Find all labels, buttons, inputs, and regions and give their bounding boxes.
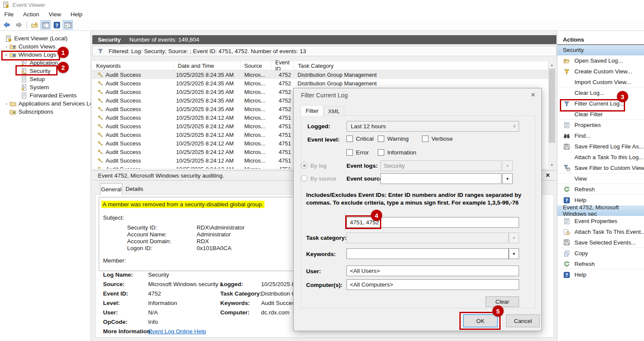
tree-item-applications-and-services-log[interactable]: ›Applications and Services Log (0, 100, 91, 108)
footer-field-value: Security (148, 272, 169, 278)
event-viewer-icon (5, 35, 12, 42)
action-label: Event Properties (574, 218, 617, 224)
show-console-tree-button[interactable] (40, 20, 51, 30)
keywords-select[interactable] (346, 248, 509, 259)
action-view[interactable]: View (557, 173, 644, 184)
task-category-select[interactable] (346, 232, 509, 243)
logged-select[interactable]: Last 12 hours ˅ (346, 121, 519, 132)
clear-button[interactable]: Clear (486, 296, 519, 307)
tree-item-forwarded-events[interactable]: Forwarded Events (0, 91, 91, 100)
column-header-task-category[interactable]: Task Category (294, 61, 548, 70)
cancel-button[interactable]: Cancel (506, 314, 540, 327)
footer-field-label: User: (103, 309, 147, 316)
scroll-up-icon[interactable]: ▲ (548, 61, 556, 69)
column-header-event-id[interactable]: Event ID (271, 61, 294, 70)
action-refresh[interactable]: Refresh (557, 184, 644, 195)
toolbar-help-button[interactable]: ? (52, 20, 62, 30)
computers-input[interactable]: <All Computers> (346, 279, 519, 290)
action-save-selected-events[interactable]: Save Selected Events... (557, 237, 644, 248)
column-header-keywords[interactable]: Keywords (92, 61, 174, 70)
row-source: Micros... (240, 149, 271, 155)
action-save-filtered-log-file-as[interactable]: Save Filtered Log File As... (557, 141, 644, 152)
action-help[interactable]: ?Help (557, 269, 644, 280)
help-icon: ? (563, 197, 570, 204)
action-filter-current-log[interactable]: Filter Current Log... (557, 98, 644, 109)
tree-item-application[interactable]: Application (0, 59, 91, 67)
dialog-tab-xml[interactable]: XML (324, 106, 344, 116)
footer-field-value: Information (148, 300, 177, 306)
forward-button[interactable] (13, 20, 24, 30)
ok-button[interactable]: OK (463, 314, 498, 327)
action-event-properties[interactable]: Event Properties (557, 216, 644, 226)
event-level-critical-checkbox[interactable]: Critical (346, 136, 374, 142)
event-level-warning-checkbox[interactable]: Warning (378, 136, 409, 142)
table-row[interactable]: Audit Success10/25/2025 8:24:35 AMMicros… (92, 70, 548, 79)
tree-item-setup[interactable]: Setup (0, 75, 91, 83)
action-properties[interactable]: Properties (557, 120, 644, 130)
keywords-dropdown-icon[interactable]: ▾ (509, 248, 519, 259)
column-header-date-and-time[interactable]: Date and Time (174, 61, 240, 70)
user-input[interactable]: <All Users> (346, 266, 519, 276)
tree-item-system[interactable]: System (0, 83, 91, 91)
by-source-radio[interactable] (301, 175, 307, 181)
back-button[interactable] (2, 20, 12, 30)
expander-icon[interactable]: › (3, 44, 9, 50)
custom-views-icon (9, 43, 17, 50)
action-clear-filter[interactable]: Clear Filter (557, 109, 644, 120)
tab-details[interactable]: Details (123, 183, 146, 195)
tree-item-custom-views[interactable]: ›Custom Views (0, 42, 91, 51)
event-sources-dropdown-icon[interactable]: ▾ (502, 173, 513, 184)
tree-item-windows-logs[interactable]: ›Windows Logs (0, 51, 91, 59)
vertical-scrollbar[interactable]: ▲ ▼ (548, 61, 556, 169)
action-attach-a-task-to-this-log[interactable]: Attach a Task To this Log... (557, 152, 644, 163)
event-level-information-checkbox[interactable]: Information (378, 149, 416, 156)
event-logs-select[interactable]: Security (380, 160, 501, 171)
dialog-tab-filter[interactable]: Filter (301, 105, 324, 116)
dialog-close-icon[interactable]: × (531, 90, 535, 100)
menu-file[interactable]: File (4, 11, 14, 18)
event-log-online-help-link[interactable]: Event Log Online Help (148, 328, 206, 335)
action-copy[interactable]: Copy (557, 248, 644, 259)
row-keywords: Audit Success (106, 149, 141, 155)
scroll-down-icon[interactable]: ▼ (548, 161, 556, 169)
action-clear-log[interactable]: Clear Log... (557, 88, 644, 98)
tree-item-subscriptions[interactable]: Subscriptions (0, 108, 91, 116)
menu-view[interactable]: View (49, 11, 61, 18)
by-log-radio[interactable] (301, 162, 307, 169)
export-list-button[interactable] (29, 20, 39, 30)
action-create-custom-view[interactable]: Create Custom View... (557, 66, 644, 77)
event-level-error-checkbox[interactable]: Error (346, 149, 369, 156)
audit-key-icon (97, 115, 103, 121)
action-label: Create Custom View... (574, 68, 632, 75)
audit-key-icon (97, 141, 103, 146)
action-attach-task-to-this-event[interactable]: Attach Task To This Event... (557, 226, 644, 237)
tree-item-event-viewer-local[interactable]: Event Viewer (Local) (0, 34, 91, 42)
menu-action[interactable]: Action (23, 11, 39, 18)
action-find[interactable]: Find... (557, 130, 644, 141)
row-datetime: 10/25/2025 8:24:35 AM (174, 80, 240, 87)
action-refresh[interactable]: Refresh (557, 259, 644, 269)
expander-icon[interactable]: › (3, 101, 9, 107)
action-import-custom-view[interactable]: Import Custom View... (557, 77, 644, 88)
event-sources-select[interactable] (380, 173, 501, 184)
event-level-verbose-checkbox[interactable]: Verbose (422, 136, 453, 142)
action-label: Save Selected Events... (574, 239, 636, 246)
expander-icon[interactable]: › (3, 52, 9, 58)
row-event-id: 4751 (271, 166, 294, 169)
tab-general[interactable]: General (100, 183, 122, 195)
event-ids-instructions: Includes/Excludes Event IDs: Enter ID nu… (306, 191, 523, 207)
action-save-filter-to-custom-view[interactable]: Save Filter to Custom View... (557, 163, 644, 173)
annotation-badge-3: 3 (617, 91, 628, 102)
action-label: Help (574, 197, 586, 203)
event-logs-dropdown-icon[interactable]: ▾ (502, 160, 513, 171)
task-category-dropdown-icon[interactable]: ▾ (509, 232, 519, 243)
menu-help[interactable]: Help (70, 11, 82, 18)
column-header-source[interactable]: Source (240, 61, 271, 70)
show-action-pane-button[interactable] (63, 20, 73, 30)
scrollbar-thumb[interactable] (549, 69, 555, 143)
table-row[interactable]: Audit Success10/25/2025 8:24:35 AMMicros… (92, 79, 548, 88)
tree-item-security[interactable]: Security (0, 67, 91, 75)
action-open-saved-log[interactable]: Open Saved Log... (557, 55, 644, 66)
close-detail-icon[interactable]: × (543, 171, 553, 180)
filter-icon (563, 100, 570, 107)
